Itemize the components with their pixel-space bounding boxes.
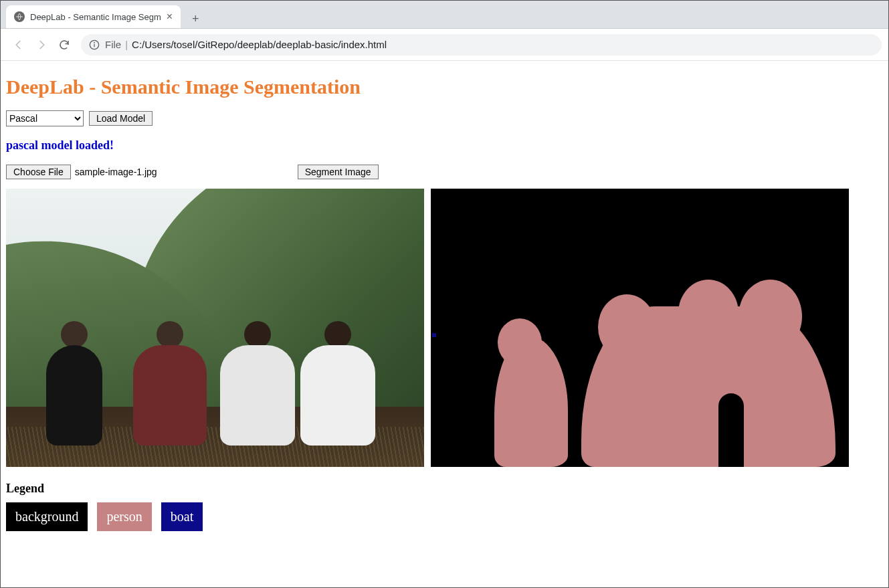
page-title: DeepLab - Semantic Image Segmentation [6,76,883,98]
legend: background person boat [6,502,883,531]
url-separator: | [125,39,128,50]
segment-button[interactable]: Segment Image [298,165,379,179]
tab-close-icon[interactable]: × [167,11,173,22]
choose-file-button[interactable]: Choose File [6,165,71,179]
url-scheme: File [105,39,121,50]
chosen-filename: sample-image-1.jpg [75,167,157,177]
nav-back-button[interactable] [7,33,30,56]
nav-reload-button[interactable] [53,33,76,56]
browser-tabstrip: DeepLab - Semantic Image Segm × + [1,1,888,29]
nav-forward-button[interactable] [30,33,53,56]
model-controls: Pascal Load Model [6,110,883,126]
tab-title: DeepLab - Semantic Image Segm [30,12,161,22]
legend-chip-person: person [97,502,151,531]
globe-icon [14,11,25,22]
new-tab-button[interactable]: + [186,9,205,28]
segmentation-output-panel [431,189,849,467]
svg-point-3 [94,41,95,43]
page-body: DeepLab - Semantic Image Segmentation Pa… [1,61,888,536]
model-select[interactable]: Pascal [6,110,84,126]
status-text: pascal model loaded! [6,138,883,153]
file-input[interactable]: Choose File sample-image-1.jpg [6,165,157,179]
legend-chip-boat: boat [161,502,203,531]
browser-toolbar: File | C:/Users/tosel/GitRepo/deeplab/de… [1,29,888,61]
legend-chip-background: background [6,502,88,531]
url-path: C:/Users/tosel/GitRepo/deeplab/deeplab-b… [132,39,387,50]
image-panels [6,189,883,467]
legend-title: Legend [6,482,883,496]
info-icon [89,39,100,50]
address-bar[interactable]: File | C:/Users/tosel/GitRepo/deeplab/de… [81,34,882,56]
browser-tab-active[interactable]: DeepLab - Semantic Image Segm × [6,5,181,28]
load-model-button[interactable]: Load Model [89,111,153,126]
input-image-panel [6,189,424,467]
file-and-segment-row: Choose File sample-image-1.jpg Segment I… [6,165,883,179]
